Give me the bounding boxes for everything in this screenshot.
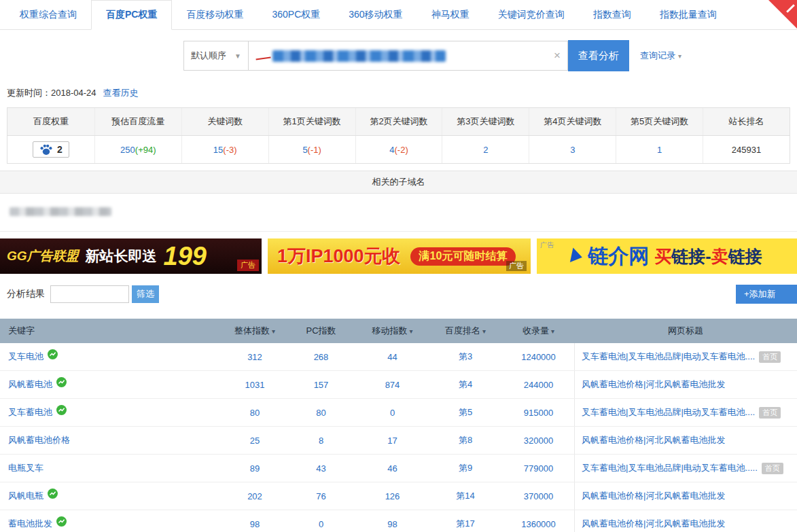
pc-index-value[interactable]: 8 <box>319 436 323 446</box>
page4-count[interactable]: 3 <box>570 145 575 155</box>
pc-index-value[interactable]: 0 <box>319 519 323 529</box>
baidu-rank-value[interactable]: 第8 <box>459 434 472 446</box>
ad2-pill: 满10元可随时结算 <box>410 247 516 266</box>
traffic-delta: (+94) <box>135 145 156 155</box>
keyword-link[interactable]: 叉车蓄电池 <box>8 406 52 419</box>
pc-index-value[interactable]: 43 <box>316 463 325 474</box>
collected-count-value[interactable]: 370000 <box>524 491 553 501</box>
keyword-link[interactable]: 风帆电瓶 <box>8 490 43 502</box>
baidu-rank-value[interactable]: 第17 <box>456 518 474 530</box>
query-records-link[interactable]: 查询记录 ▾ <box>640 50 681 62</box>
tab-0[interactable]: 权重综合查询 <box>5 0 91 29</box>
keyword-link[interactable]: 蓄电池批发 <box>8 518 52 530</box>
keyword-link[interactable]: 风帆蓄电池价格 <box>8 434 70 446</box>
keywords-count[interactable]: 15 <box>213 145 223 155</box>
page-title-link[interactable]: 风帆蓄电池价格|河北风帆蓄电池批发 <box>582 518 725 530</box>
overall-index-value[interactable]: 89 <box>250 463 260 474</box>
stats-col-page2: 第2页关键词数 <box>355 108 442 135</box>
mobile-index-value[interactable]: 44 <box>387 352 397 362</box>
tab-5[interactable]: 神马权重 <box>417 0 484 29</box>
ad-banner-lianjie[interactable]: 广告 链介网 买链接-卖链接 <box>537 238 797 274</box>
pc-index-value[interactable]: 268 <box>314 352 329 362</box>
analyze-button[interactable]: 查看分析 <box>568 40 629 71</box>
overall-index-value[interactable]: 80 <box>250 408 260 418</box>
baidu-rank-value[interactable]: 第3 <box>459 351 472 363</box>
homepage-badge: 首页 <box>762 463 783 474</box>
page-title-link[interactable]: 叉车蓄电池|叉车电池品牌|电动叉车蓄电池.... <box>582 351 755 363</box>
page5-count[interactable]: 1 <box>657 145 662 155</box>
mobile-index-value[interactable]: 126 <box>385 491 400 501</box>
ad-banner-gg[interactable]: GG广告联盟 新站长即送 199 广告 <box>0 238 262 274</box>
trend-icon <box>56 377 67 387</box>
collected-count-value[interactable]: 915000 <box>524 408 553 418</box>
censored-subdomain-link[interactable] <box>10 207 111 216</box>
page-title-link[interactable]: 叉车蓄电池|叉车电池品牌|电动叉车蓄电池..... <box>582 462 758 474</box>
keyword-link[interactable]: 叉车电池 <box>8 351 43 363</box>
overall-index-value[interactable]: 202 <box>247 491 262 501</box>
column-header-3[interactable]: 移动指数 <box>357 325 428 337</box>
mobile-index-value[interactable]: 46 <box>387 463 397 474</box>
baidu-rank-value[interactable]: 第4 <box>459 378 472 391</box>
update-time-row: 更新时间：2018-04-24 查看历史 <box>7 87 797 99</box>
traffic-value[interactable]: 250 <box>120 145 135 155</box>
keyword-link[interactable]: 电瓶叉车 <box>8 462 43 474</box>
tab-2[interactable]: 百度移动权重 <box>172 0 258 29</box>
view-history-link[interactable]: 查看历史 <box>103 87 139 99</box>
tab-1-active[interactable]: 百度PC权重 <box>91 0 172 30</box>
page1-count[interactable]: 5 <box>302 145 307 155</box>
tab-8[interactable]: 指数批量查询 <box>645 0 731 29</box>
collected-count-value[interactable]: 1240000 <box>521 352 556 362</box>
page1-delta: (-1) <box>308 145 321 155</box>
ad1-text: 新站长即送 <box>86 247 157 266</box>
page-title-link[interactable]: 风帆蓄电池价格|河北风帆蓄电池批发 <box>582 434 725 446</box>
filter-input[interactable] <box>50 285 129 303</box>
stats-col-page3: 第3页关键词数 <box>442 108 529 135</box>
column-header-6: 网页标题 <box>574 325 797 337</box>
page-title-link[interactable]: 风帆蓄电池价格|河北风帆蓄电池批发 <box>582 490 725 502</box>
sort-order-select[interactable]: 默认顺序 ▼ <box>183 41 249 71</box>
mobile-index-value[interactable]: 874 <box>385 380 400 390</box>
pc-index-value[interactable]: 157 <box>314 380 329 390</box>
ad3-text: 买链接-卖链接 <box>654 245 762 268</box>
add-keyword-button[interactable]: +添加新 <box>736 285 797 304</box>
sort-order-label: 默认顺序 <box>191 50 226 62</box>
overall-index-value[interactable]: 1031 <box>245 380 265 390</box>
ad2-text: 1万IP1000元收 <box>277 244 401 268</box>
page-title-link[interactable]: 叉车蓄电池|叉车电池品牌|电动叉车蓄电池.... <box>582 406 755 419</box>
tab-4[interactable]: 360移动权重 <box>334 0 417 29</box>
mobile-index-value[interactable]: 98 <box>387 519 397 529</box>
page-title-link[interactable]: 风帆蓄电池价格|河北风帆蓄电池批发 <box>582 378 725 391</box>
column-header-5[interactable]: 收录量 <box>503 325 574 337</box>
clear-icon[interactable]: × <box>554 49 561 63</box>
homepage-badge: 首页 <box>759 351 781 363</box>
stats-col-page1: 第1页关键词数 <box>268 108 355 135</box>
collected-count-value[interactable]: 779000 <box>524 463 553 474</box>
baidu-rank-value[interactable]: 第9 <box>459 462 472 474</box>
tab-3[interactable]: 360PC权重 <box>258 0 334 29</box>
page3-count[interactable]: 2 <box>483 145 488 155</box>
collected-count-value[interactable]: 320000 <box>524 436 553 446</box>
page2-count[interactable]: 4 <box>389 145 394 155</box>
ad-banner-ip[interactable]: 1万IP1000元收 满10元可随时结算 广告 <box>268 238 531 274</box>
overall-index-value[interactable]: 312 <box>247 352 262 362</box>
mobile-index-value[interactable]: 0 <box>390 408 395 418</box>
subdomain-section-title: 相关的子域名 <box>372 176 425 188</box>
column-header-4[interactable]: 百度排名 <box>428 325 503 337</box>
baidu-rank-value[interactable]: 第5 <box>459 406 472 419</box>
tab-6[interactable]: 关键词竞价查询 <box>484 0 579 29</box>
collected-count-value[interactable]: 244000 <box>524 380 553 390</box>
keyword-link[interactable]: 风帆蓄电池 <box>8 378 52 391</box>
filter-button[interactable]: 筛选 <box>132 285 159 303</box>
search-input[interactable]: × <box>249 41 568 71</box>
pc-index-value[interactable]: 80 <box>316 408 325 418</box>
overall-index-value[interactable]: 25 <box>250 436 260 446</box>
homepage-badge: 首页 <box>759 407 781 419</box>
column-header-1[interactable]: 整体指数 <box>224 325 285 337</box>
overall-index-value[interactable]: 98 <box>250 519 260 529</box>
baidu-weight-badge[interactable]: 2 <box>33 141 69 158</box>
baidu-rank-value[interactable]: 第14 <box>456 490 474 502</box>
pc-index-value[interactable]: 76 <box>316 491 325 501</box>
mobile-index-value[interactable]: 17 <box>387 436 397 446</box>
tab-7[interactable]: 指数查询 <box>579 0 645 29</box>
collected-count-value[interactable]: 1360000 <box>521 519 556 529</box>
